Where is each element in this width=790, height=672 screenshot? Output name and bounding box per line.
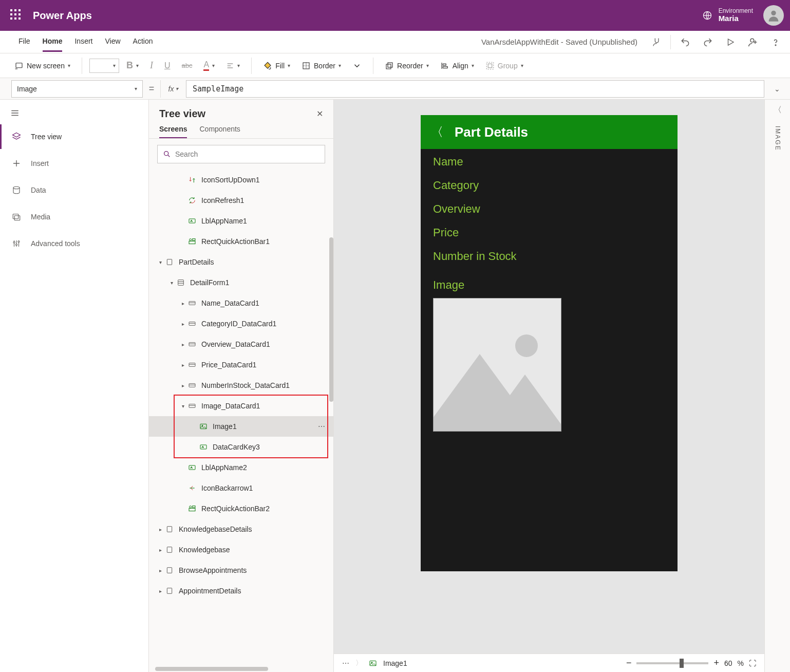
- breadcrumb-bar: ⋯ 〉 Image1 − + 60 % ⛶: [334, 654, 764, 672]
- tab-screens[interactable]: Screens: [159, 125, 187, 138]
- help-icon[interactable]: [767, 34, 784, 50]
- tree-item-Knowledgebase[interactable]: ▸Knowledgebase: [149, 539, 333, 560]
- fx-button[interactable]: fx▾: [160, 80, 186, 98]
- tree-item-IconRefresh1[interactable]: IconRefresh1: [149, 190, 333, 211]
- tree-item-PartDetails[interactable]: ▾PartDetails: [149, 252, 333, 272]
- caret-right-icon[interactable]: ▸: [156, 547, 164, 553]
- caret-right-icon[interactable]: ▸: [179, 342, 187, 347]
- tree-item-LblAppName2[interactable]: LblAppName2: [149, 457, 333, 478]
- text-align-button[interactable]: ▾: [222, 59, 244, 73]
- tree-item-Overview_DataCard1[interactable]: ▸Overview_DataCard1: [149, 334, 333, 354]
- tab-components[interactable]: Components: [199, 125, 240, 138]
- formula-expand-button[interactable]: ⌄: [764, 85, 790, 93]
- rail-toggle-button[interactable]: [0, 104, 21, 122]
- tree-item-DataCardKey3[interactable]: DataCardKey3: [149, 437, 333, 457]
- tree-item-BrowseAppointments[interactable]: ▸BrowseAppointments: [149, 560, 333, 581]
- more-formatting-button[interactable]: [348, 58, 366, 73]
- undo-icon[interactable]: [677, 34, 693, 50]
- svg-rect-9: [443, 66, 447, 68]
- tree-item-IconBackarrow1[interactable]: IconBackarrow1: [149, 478, 333, 498]
- font-color-button[interactable]: A▾: [199, 57, 219, 74]
- bold-button[interactable]: B▾: [122, 57, 143, 74]
- tree-item-Name_DataCard1[interactable]: ▸Name_DataCard1: [149, 293, 333, 313]
- rail-advanced-tools[interactable]: Advanced tools: [0, 231, 148, 256]
- tree-hscrollbar[interactable]: [155, 667, 327, 672]
- zoom-out-button[interactable]: −: [626, 658, 632, 668]
- fill-button[interactable]: Fill▾: [259, 58, 294, 73]
- caret-right-icon[interactable]: ▸: [179, 383, 187, 388]
- new-screen-label: New screen: [27, 62, 65, 70]
- close-icon[interactable]: ✕: [316, 109, 323, 119]
- menu-view[interactable]: View: [105, 32, 120, 52]
- underline-button[interactable]: U: [160, 58, 175, 73]
- caret-right-icon[interactable]: ▸: [179, 321, 187, 327]
- properties-collapse-icon[interactable]: 〈: [774, 105, 782, 116]
- tree-item-Image_DataCard1[interactable]: ▾Image_DataCard1: [149, 396, 333, 416]
- strikethrough-button[interactable]: abc: [177, 59, 196, 72]
- share-icon[interactable]: [745, 34, 761, 50]
- tree-scrollbar[interactable]: [329, 237, 333, 402]
- caret-right-icon[interactable]: ▸: [179, 362, 187, 368]
- tree-item-DetailForm1[interactable]: ▾DetailForm1: [149, 272, 333, 293]
- app-checker-icon[interactable]: [648, 34, 664, 50]
- fit-screen-button[interactable]: ⛶: [749, 659, 756, 667]
- property-selector[interactable]: Image ▾: [11, 80, 143, 98]
- tree-item-AppointmentDetails[interactable]: ▸AppointmentDetails: [149, 581, 333, 601]
- play-icon[interactable]: [722, 34, 739, 50]
- caret-right-icon[interactable]: ▸: [156, 568, 164, 573]
- menu-items: File Home Insert View Action: [6, 32, 153, 52]
- reorder-button[interactable]: Reorder▾: [381, 58, 433, 73]
- redo-icon[interactable]: [700, 34, 716, 50]
- menu-insert[interactable]: Insert: [74, 32, 92, 52]
- right-properties-rail[interactable]: 〈 IMAGE: [764, 100, 790, 672]
- more-options-icon[interactable]: ⋯: [315, 422, 328, 431]
- tree-item-Image1[interactable]: Image1⋯: [149, 416, 333, 437]
- caret-right-icon[interactable]: ▸: [179, 301, 187, 306]
- menu-home[interactable]: Home: [43, 32, 63, 52]
- rail-tree-view[interactable]: Tree view: [0, 124, 148, 149]
- breadcrumb-item[interactable]: Image1: [383, 659, 407, 667]
- menu-file[interactable]: File: [18, 32, 30, 52]
- tree-item-KnowledgebaseDetails[interactable]: ▸KnowledgebaseDetails: [149, 519, 333, 539]
- caret-down-icon[interactable]: ▾: [179, 403, 187, 409]
- caret-down-icon[interactable]: ▾: [167, 280, 176, 286]
- tree-item-NumberInStock_DataCard1[interactable]: ▸NumberInStock_DataCard1: [149, 375, 333, 396]
- zoom-in-button[interactable]: +: [713, 658, 719, 668]
- formula-input[interactable]: SampleImage: [186, 80, 764, 98]
- svg-rect-40: [167, 568, 172, 573]
- group-button[interactable]: Group▾: [481, 58, 528, 73]
- new-screen-button[interactable]: New screen ▾: [10, 58, 74, 73]
- tree-item-LblAppName1[interactable]: LblAppName1: [149, 211, 333, 231]
- chevron-down-icon: ▾: [68, 63, 70, 68]
- align-button[interactable]: Align▾: [436, 58, 478, 73]
- back-icon[interactable]: 〈: [431, 124, 443, 140]
- tree-item-IconSortUpDown1[interactable]: IconSortUpDown1: [149, 170, 333, 190]
- zoom-slider[interactable]: [636, 662, 708, 664]
- rail-insert[interactable]: Insert: [0, 151, 148, 176]
- menu-action[interactable]: Action: [133, 32, 153, 52]
- tree-item-RectQuickActionBar2[interactable]: RectQuickActionBar2: [149, 498, 333, 519]
- border-button[interactable]: Border▾: [297, 58, 345, 73]
- search-input[interactable]: [175, 150, 319, 158]
- tree-item-CategoryID_DataCard1[interactable]: ▸CategoryID_DataCard1: [149, 313, 333, 334]
- environment-selector[interactable]: Environment Maria: [702, 8, 753, 23]
- waffle-icon[interactable]: [10, 9, 23, 22]
- caret-down-icon[interactable]: ▾: [156, 259, 164, 265]
- font-dropdown[interactable]: ▾: [89, 59, 119, 73]
- document-title: VanArsdelAppWithEdit - Saved (Unpublishe…: [481, 38, 637, 46]
- tree-item-RectQuickActionBar1[interactable]: RectQuickActionBar1: [149, 231, 333, 252]
- caret-right-icon[interactable]: ▸: [156, 588, 164, 594]
- italic-button[interactable]: I: [146, 57, 157, 74]
- rail-data[interactable]: Data: [0, 178, 148, 202]
- user-avatar[interactable]: [763, 5, 784, 26]
- caret-right-icon[interactable]: ▸: [156, 527, 164, 532]
- svg-rect-35: [189, 508, 195, 511]
- tree-body[interactable]: IconSortUpDown1IconRefresh1LblAppName1Re…: [149, 170, 333, 667]
- tree-item-Price_DataCard1[interactable]: ▸Price_DataCard1: [149, 354, 333, 375]
- breadcrumb-dots[interactable]: ⋯: [342, 659, 349, 667]
- sort-icon: [187, 176, 197, 184]
- tree-search[interactable]: [157, 145, 325, 163]
- rail-media[interactable]: Media: [0, 204, 148, 229]
- canvas-stage[interactable]: 〈 Part Details Name Category Overview Pr…: [334, 100, 764, 654]
- image-placeholder[interactable]: [433, 298, 561, 432]
